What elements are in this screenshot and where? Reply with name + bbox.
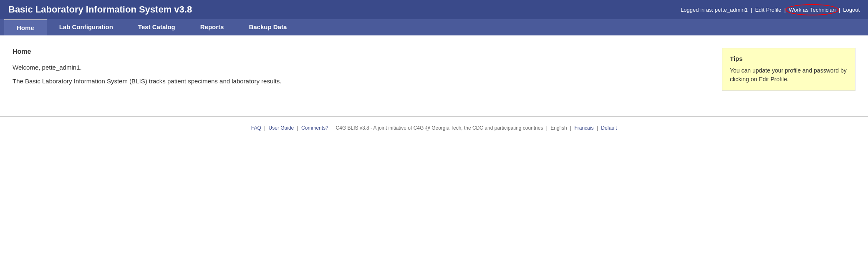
footer-comments-link[interactable]: Comments? [301, 125, 328, 131]
nav-home[interactable]: Home [4, 19, 47, 35]
footer-english: English [550, 125, 567, 131]
separator: | [597, 125, 598, 131]
header: Basic Laboratory Information System v3.8… [0, 0, 868, 19]
tips-box: Tips You can update your profile and pas… [722, 48, 855, 91]
footer-static-text: C4G BLIS v3.8 - A joint initiative of C4… [336, 125, 543, 131]
edit-profile-link[interactable]: Edit Profile [755, 7, 781, 13]
nav-lab-configuration[interactable]: Lab Configuration [47, 19, 126, 35]
footer: FAQ | User Guide | Comments? | C4G BLIS … [0, 121, 868, 138]
nav-test-catalog[interactable]: Test Catalog [126, 19, 188, 35]
footer-faq-link[interactable]: FAQ [251, 125, 261, 131]
navbar: Home Lab Configuration Test Catalog Repo… [0, 19, 868, 35]
nav-backup-data[interactable]: Backup Data [236, 19, 299, 35]
content-area: Home Welcome, pette_admin1. The Basic La… [13, 48, 709, 91]
app-title: Basic Laboratory Information System v3.8 [8, 4, 192, 15]
separator: | [546, 125, 548, 131]
footer-francais-link[interactable]: Francais [574, 125, 593, 131]
main-content: Home Welcome, pette_admin1. The Basic La… [0, 35, 868, 104]
user-info: Logged in as: pette_admin1 | Edit Profil… [681, 7, 860, 13]
logout-link[interactable]: Logout [843, 7, 860, 13]
tips-content: You can update your profile and password… [730, 66, 848, 84]
footer-divider [0, 116, 868, 117]
footer-user-guide-link[interactable]: User Guide [269, 125, 294, 131]
separator: | [297, 125, 298, 131]
nav-reports[interactable]: Reports [188, 19, 237, 35]
separator: | [264, 125, 265, 131]
work-as-technician-link[interactable]: Work as Technician [789, 7, 835, 13]
description-text: The Basic Laboratory Information System … [13, 78, 709, 85]
page-title: Home [13, 48, 709, 55]
username: pette_admin1 [715, 7, 748, 13]
logged-in-label: Logged in as: [681, 7, 713, 13]
tips-title: Tips [730, 55, 848, 62]
separator: | [331, 125, 333, 131]
separator: | [570, 125, 571, 131]
welcome-message: Welcome, pette_admin1. [13, 64, 709, 71]
footer-default-link[interactable]: Default [601, 125, 617, 131]
